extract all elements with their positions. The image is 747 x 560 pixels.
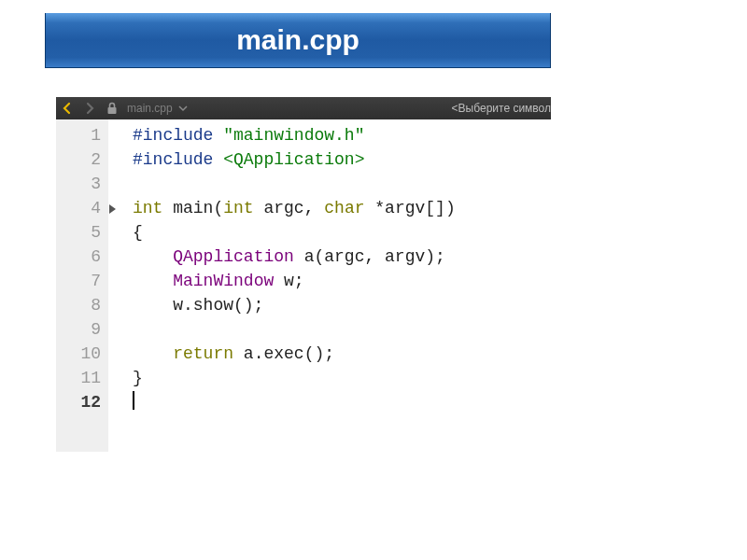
line-number-gutter: 123456789101112: [56, 119, 108, 452]
symbol-selector[interactable]: <Выберите символ: [452, 102, 551, 115]
code-token: char: [324, 199, 374, 217]
code-line[interactable]: {: [133, 220, 551, 245]
code-token: (: [213, 199, 223, 217]
line-number: 12: [56, 390, 101, 414]
code-token: *argv[]): [374, 199, 455, 217]
code-token: <QApplication>: [223, 150, 364, 169]
code-token: QApplication: [173, 247, 294, 266]
code-token: [133, 247, 173, 266]
fold-column: [108, 119, 127, 452]
code-token: int: [133, 199, 173, 217]
code-editor-screenshot: main.cpp <Выберите символ 12345678910111…: [56, 97, 551, 452]
line-number: 10: [56, 342, 101, 366]
code-token: #include: [133, 150, 223, 169]
nav-back-icon[interactable]: [59, 100, 76, 117]
line-number: 6: [56, 245, 101, 269]
code-token: a(argc, argv);: [294, 247, 445, 266]
svg-rect-0: [108, 107, 117, 114]
line-number: 4: [56, 196, 101, 220]
code-token: MainWindow: [173, 272, 274, 290]
text-cursor: [133, 391, 134, 410]
code-line[interactable]: w.show();: [133, 293, 551, 317]
code-line[interactable]: return a.exec();: [133, 342, 551, 366]
code-token: main: [173, 199, 213, 217]
editor-tab-filename[interactable]: main.cpp: [127, 102, 173, 115]
code-area: 123456789101112 #include "mainwindow.h"#…: [56, 119, 551, 452]
line-number: 9: [56, 317, 101, 342]
code-line[interactable]: QApplication a(argc, argv);: [133, 245, 551, 269]
slide-title-text: main.cpp: [236, 24, 359, 55]
line-number: 1: [56, 123, 101, 147]
code-token: return: [173, 344, 244, 363]
code-token: w;: [274, 272, 303, 290]
code-line[interactable]: #include "mainwindow.h": [133, 123, 551, 147]
editor-toolbar: main.cpp <Выберите символ: [56, 97, 551, 119]
line-number: 11: [56, 366, 101, 390]
line-number: 7: [56, 269, 101, 293]
code-token: int: [223, 199, 263, 217]
code-line[interactable]: [133, 172, 551, 196]
code-token: argc,: [263, 199, 324, 217]
code-line[interactable]: int main(int argc, char *argv[]): [133, 196, 551, 220]
nav-forward-icon[interactable]: [81, 100, 98, 117]
line-number: 3: [56, 172, 101, 196]
code-line[interactable]: }: [133, 366, 551, 390]
code-token: w.show();: [133, 296, 263, 315]
fold-indicator-icon[interactable]: [109, 204, 116, 214]
code-token: }: [133, 369, 143, 387]
code-token: a.exec();: [244, 344, 334, 363]
lock-icon[interactable]: [104, 100, 120, 117]
line-number: 8: [56, 293, 101, 317]
code-token: #include: [133, 126, 223, 145]
code-token: "mainwindow.h": [223, 126, 364, 145]
code-line[interactable]: [133, 317, 551, 342]
code-token: [133, 272, 173, 290]
chevron-down-icon[interactable]: [175, 100, 191, 117]
line-number: 2: [56, 147, 101, 172]
code-token: [133, 344, 173, 363]
line-number: 5: [56, 220, 101, 245]
slide-title-banner: main.cpp: [45, 13, 551, 68]
code-token: {: [133, 223, 143, 242]
code-line[interactable]: #include <QApplication>: [133, 147, 551, 172]
code-content[interactable]: #include "mainwindow.h"#include <QApplic…: [127, 119, 551, 452]
code-line[interactable]: [133, 390, 551, 414]
code-line[interactable]: MainWindow w;: [133, 269, 551, 293]
